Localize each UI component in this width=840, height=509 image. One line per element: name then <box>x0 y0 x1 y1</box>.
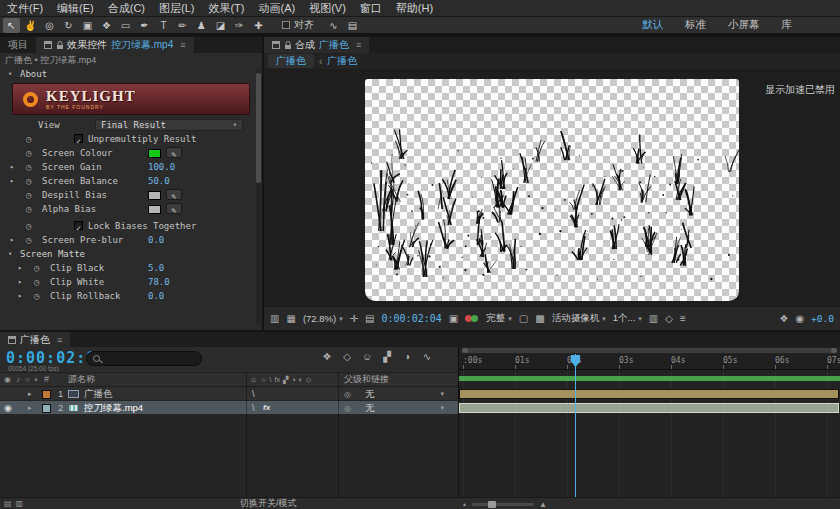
column-divider[interactable] <box>246 372 247 497</box>
stopwatch-icon[interactable]: ◷ <box>34 275 39 289</box>
time-ruler[interactable]: :00s01s02s03s04s05s06s07s <box>459 354 840 370</box>
menu-item[interactable]: 编辑(E) <box>50 0 101 17</box>
pan-behind-tool[interactable]: ❖ <box>98 18 115 33</box>
timeline-button-icon[interactable]: ≡ <box>680 313 686 324</box>
viewer-layout-icon[interactable]: ▦ <box>286 313 295 324</box>
resolution-select[interactable]: 完整 ▾ <box>486 312 512 325</box>
comp-crumb-current[interactable]: 广播色 <box>268 54 314 68</box>
layer-duration-bar-1[interactable] <box>459 389 839 399</box>
magnification-select[interactable]: (72.8%) ▾ <box>303 313 343 324</box>
brush-tool[interactable]: ✏ <box>174 18 191 33</box>
parent-value[interactable]: 无 <box>365 402 375 415</box>
stopwatch-icon[interactable]: ◷ <box>26 188 31 202</box>
snapshot-icon[interactable]: ▣ <box>449 313 458 324</box>
expand-icon[interactable]: ▸ <box>10 174 14 188</box>
snap-checkbox[interactable] <box>282 21 290 29</box>
orbit-camera-tool[interactable]: ↻ <box>60 18 77 33</box>
viewer-lock-icon[interactable] <box>284 41 292 50</box>
stopwatch-icon[interactable]: ◷ <box>34 289 39 303</box>
column-source-name[interactable]: 源名称 <box>68 373 95 386</box>
expand-icon[interactable]: ▸ <box>18 289 22 303</box>
layer-expand-icon[interactable]: ▸ <box>28 401 32 415</box>
layer-color-chip[interactable] <box>42 390 51 399</box>
hide-shy-layers-icon[interactable]: ☺ <box>360 351 374 362</box>
eyedropper-icon[interactable]: ✎ <box>166 203 182 214</box>
eraser-tool[interactable]: ◪ <box>212 18 229 33</box>
mask-feather-icon[interactable]: ∿ <box>325 18 342 33</box>
viewer-canvas[interactable]: 显示加速已禁用 <box>264 69 840 306</box>
toggle-viewers-icon[interactable]: ▥ <box>270 313 279 324</box>
camera-tool[interactable]: ▣ <box>79 18 96 33</box>
motion-path-icon[interactable]: ▤ <box>344 18 361 33</box>
screen-gain-value[interactable]: 100.0 <box>148 160 175 174</box>
tab-composition[interactable]: 合成 广播色 ≡ <box>264 37 369 53</box>
menu-item[interactable]: 合成(C) <box>101 0 152 17</box>
quality-switch-icon[interactable]: \ <box>252 387 255 401</box>
column-index[interactable]: # <box>44 373 49 386</box>
zoom-tool[interactable]: ◎ <box>41 18 58 33</box>
roto-brush-tool[interactable]: ✑ <box>231 18 248 33</box>
stopwatch-icon[interactable]: ◷ <box>34 261 39 275</box>
work-area-bar[interactable] <box>459 376 840 381</box>
region-of-interest-icon[interactable]: ▢ <box>519 313 528 324</box>
pick-whip-icon[interactable]: ◎ <box>344 390 351 399</box>
menu-item[interactable]: 文件(F) <box>0 0 50 17</box>
pixel-aspect-icon[interactable]: ▥ <box>649 313 658 324</box>
zoom-out-icon[interactable]: ▲ <box>462 501 467 507</box>
layer-color-chip[interactable] <box>42 404 51 413</box>
fast-previews-icon[interactable]: ◇ <box>665 313 673 324</box>
fx-switch-icon[interactable]: fx <box>263 401 270 415</box>
screen-preblur-value[interactable]: 0.0 <box>148 233 164 247</box>
expand-icon[interactable]: ▸ <box>18 275 22 289</box>
expand-icon[interactable]: ▸ <box>18 261 22 275</box>
chevron-down-icon[interactable]: ▾ <box>440 404 444 412</box>
pen-tool[interactable]: ✒ <box>136 18 153 33</box>
selection-tool[interactable]: ↖ <box>3 18 20 33</box>
frame-blending-icon[interactable]: ▞ <box>380 351 394 362</box>
composition-view[interactable] <box>365 79 739 301</box>
zoom-slider-thumb[interactable] <box>488 501 496 508</box>
scrollbar-thumb[interactable] <box>256 73 261 183</box>
show-channel-icon[interactable] <box>465 314 479 324</box>
view-layout-select[interactable]: 1个... ▾ <box>613 312 642 325</box>
tab-effect-controls[interactable]: 效果控件 控刀绿幕.mp4 ≡ <box>36 37 194 53</box>
clip-rollback-value[interactable]: 0.0 <box>148 289 164 303</box>
menu-item[interactable]: 视图(V) <box>302 0 353 17</box>
unpremultiply-checkbox[interactable]: ✓ <box>74 134 83 143</box>
clip-white-value[interactable]: 78.0 <box>148 275 170 289</box>
timeline-search-input[interactable] <box>86 351 202 366</box>
alpha-bias-swatch[interactable] <box>148 205 161 214</box>
tab-project[interactable]: 项目 <box>0 37 36 53</box>
graph-editor-icon[interactable]: ∿ <box>420 351 434 362</box>
collapse-icon[interactable]: ▾ <box>8 247 12 261</box>
layer-duration-bar-2[interactable] <box>459 403 839 413</box>
scrollbar[interactable] <box>256 69 261 324</box>
clip-black-value[interactable]: 5.0 <box>148 261 164 275</box>
stopwatch-icon[interactable]: ◷ <box>26 202 31 216</box>
comp-crumb-parent[interactable]: 广播色 <box>327 54 357 68</box>
transparency-grid-icon[interactable]: ▩ <box>535 313 544 324</box>
stopwatch-icon[interactable]: ◷ <box>26 174 31 188</box>
layer-expand-icon[interactable]: ▸ <box>28 387 32 401</box>
current-time-indicator[interactable] <box>575 354 576 497</box>
draft-3d-icon[interactable]: ◇ <box>340 351 354 362</box>
workspace-button[interactable]: 默认 <box>642 18 663 32</box>
menu-item[interactable]: 动画(A) <box>252 0 303 17</box>
parent-value[interactable]: 无 <box>365 388 375 401</box>
layer-name[interactable]: 广播色 <box>84 387 113 401</box>
screen-balance-value[interactable]: 50.0 <box>148 174 170 188</box>
chevron-down-icon[interactable]: ▾ <box>440 390 444 398</box>
expand-icon[interactable]: ▸ <box>10 160 14 174</box>
preview-time[interactable]: 0:00:02:04 <box>382 313 442 324</box>
collapse-icon[interactable]: ▾ <box>8 67 12 81</box>
type-tool[interactable]: T <box>155 18 172 33</box>
timeline-zoom-slider[interactable] <box>472 503 534 506</box>
toggle-switches-modes-button[interactable]: 切换开关/模式 <box>240 498 297 509</box>
tab-timeline-comp[interactable]: 广播色 ≡ <box>0 332 70 347</box>
panel-menu-icon[interactable]: ≡ <box>180 40 185 50</box>
composition-mini-flowchart-icon[interactable]: ❖ <box>320 351 334 362</box>
layer-controls-toggle-icon[interactable]: ▤ <box>4 498 12 509</box>
pick-whip-icon[interactable]: ◎ <box>344 404 351 413</box>
menu-item[interactable]: 帮助(H) <box>389 0 440 17</box>
track-area[interactable]: :00s01s02s03s04s05s06s07s <box>459 347 840 497</box>
